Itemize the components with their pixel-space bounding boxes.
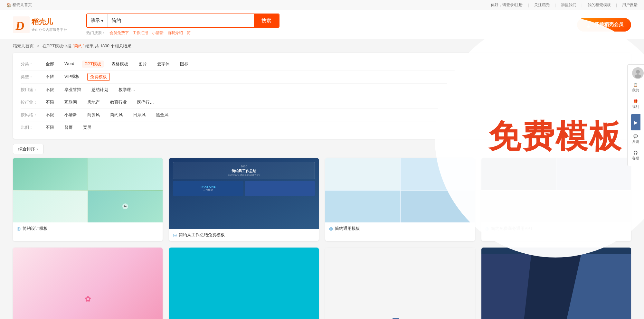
biz-seg-2 [556, 158, 631, 190]
play-icon [119, 203, 132, 210]
filter-ratio-normal[interactable]: 普屏 [62, 124, 75, 131]
template-card-4[interactable]: ◎ 简约免费商务通用PPT [481, 158, 631, 241]
divider1: | [528, 3, 529, 7]
template-card-1[interactable]: ◎ 简约设计模板 [13, 158, 163, 241]
filter-type-vip[interactable]: VIP模板 [62, 73, 82, 81]
filter-style-japan[interactable]: 日系风 [130, 111, 148, 118]
filter-font[interactable]: 云字体 [155, 61, 172, 68]
avatar[interactable] [632, 67, 644, 79]
search-input[interactable] [108, 14, 254, 27]
filter-style-black[interactable]: 黑金风 [153, 111, 171, 118]
filter-label-category: 分类： [21, 61, 43, 67]
avatar-icon [632, 67, 644, 79]
second-row-cards: ✿ ◎ ◎ ◎ [13, 248, 631, 319]
filter-ratio-all[interactable]: 不限 [43, 124, 57, 131]
filter-image[interactable]: 图片 [136, 61, 149, 68]
top-nav-follow[interactable]: 关注稻壳 [534, 2, 550, 8]
filter-industry-edu[interactable]: 教育行业 [108, 99, 129, 106]
filter-ratio-wide[interactable]: 宽屏 [80, 124, 94, 131]
top-nav-mytemplate[interactable]: 我的稻壳模板 [588, 2, 611, 8]
template-card-8[interactable]: ◎ [481, 248, 631, 319]
top-nav-feedback[interactable]: 用户反馈 [622, 2, 638, 8]
filter-usage-grad[interactable]: 毕业答辩 [62, 86, 84, 93]
top-nav-home[interactable]: 稻壳儿首页 [13, 2, 32, 8]
filter-style-simple[interactable]: 简约风 [108, 111, 125, 118]
filter-row-usage: 按用途： 不限 毕业答辩 总结计划 教学课… [21, 84, 623, 96]
filter-items-category: 全部 Word PPT模板 表格模板 图片 云字体 图标 [43, 61, 191, 68]
ppt-icon-2: ◎ [173, 232, 177, 238]
logo-name: 稻壳儿 [32, 17, 67, 27]
filter-label-ratio: 比例： [21, 125, 43, 130]
filter-all[interactable]: 全部 [43, 61, 57, 68]
template-card-7[interactable]: ◎ [325, 248, 475, 319]
filter-industry-it[interactable]: 互联网 [62, 99, 80, 106]
logo-svg: D [13, 16, 30, 33]
thumb-seg-b [88, 158, 163, 190]
sidebar-item-feedback[interactable]: 💬 反馈 [628, 132, 644, 147]
right-sidebar: 📋 我的 🎁 福利 ▶ 💬 反馈 🎧 客服 [627, 64, 644, 166]
light-seg-3 [325, 191, 400, 222]
hot-item-5[interactable]: 简 [187, 30, 191, 36]
thumb-seg-d [88, 191, 163, 223]
thumb-colorful [13, 158, 163, 222]
filter-industry-med[interactable]: 医疗行… [135, 99, 156, 106]
breadcrumb-home[interactable]: 稻壳儿首页 [13, 43, 34, 48]
svg-point-8 [636, 70, 640, 74]
hot-item-4[interactable]: 自我介绍 [167, 30, 183, 36]
template-card-6[interactable]: ◎ [169, 248, 319, 319]
search-type-select[interactable]: 演示 ▾ [87, 14, 108, 27]
template-card-5[interactable]: ✿ ◎ [13, 248, 163, 319]
search-area: 演示 ▾ 搜索 热门搜索： 会员免费下 工作汇报 小清新 自我介绍 简 [86, 14, 279, 36]
divider3: | [582, 3, 582, 7]
sidebar-item-my[interactable]: 📋 我的 [628, 80, 644, 95]
logo-subtitle: 金山办公内容服务平台 [32, 27, 67, 32]
hot-item-1[interactable]: 会员免费下 [109, 30, 129, 36]
template-name-4: 简约免费商务通用PPT [491, 226, 627, 231]
top-nav-login[interactable]: 你好，请登录/注册 [491, 2, 523, 8]
filter-icon[interactable]: 图标 [177, 61, 191, 68]
sort-label: 综合排序 [18, 146, 35, 152]
svg-point-9 [635, 74, 641, 78]
filter-table[interactable]: 表格模板 [109, 61, 131, 68]
filter-type-all[interactable]: 不限 [43, 73, 57, 81]
filter-ppt[interactable]: PPT模板 [82, 61, 104, 68]
template-thumb-8 [481, 248, 631, 319]
filter-usage-all[interactable]: 不限 [43, 86, 57, 93]
hot-item-3[interactable]: 小清新 [152, 30, 164, 36]
hot-search: 热门搜索： 会员免费下 工作汇报 小清新 自我介绍 简 [86, 30, 279, 36]
vip-button[interactable]: 🔥 开通稻壳会员 [577, 18, 631, 32]
template-info-1: ◎ 简约设计模板 [13, 222, 163, 235]
top-nav-partner[interactable]: 加盟我们 [561, 2, 576, 8]
dropdown-icon: ▾ [101, 18, 103, 23]
breadcrumb: 稻壳儿首页 > 在PPT模板中搜 "简约" 结果 共 1800 个相关结果 [0, 39, 644, 53]
template-card-3[interactable]: ◎ 简约通用模板 [325, 158, 475, 241]
search-button[interactable]: 搜索 [254, 14, 279, 27]
filter-style-biz[interactable]: 商务风 [85, 111, 102, 118]
filter-usage-summary[interactable]: 总结计划 [89, 86, 111, 93]
filter-row-category: 分类： 全部 Word PPT模板 表格模板 图片 云字体 图标 [21, 58, 623, 70]
search-type-label: 演示 [91, 18, 100, 23]
light-seg-4 [401, 191, 475, 222]
template-thumb-1 [13, 158, 163, 222]
filter-style-fresh[interactable]: 小清新 [62, 111, 80, 118]
filter-word[interactable]: Word [62, 61, 77, 68]
template-card-2[interactable]: 2020 简约风工作总结 Summary of minimalist work … [169, 158, 319, 241]
sidebar-item-benefits[interactable]: 🎁 福利 [628, 97, 644, 112]
breadcrumb-count: 共 1800 个相关结果 [95, 43, 131, 48]
sidebar-arrow[interactable]: ▶ [631, 114, 640, 130]
sort-bar: 综合排序 ▾ [13, 144, 631, 154]
sidebar-item-support[interactable]: 🎧 客服 [628, 148, 644, 163]
search-box: 演示 ▾ 搜索 [86, 14, 279, 28]
filter-type-free[interactable]: 免费模板 [87, 73, 110, 81]
filter-items-style: 不限 小清新 商务风 简约风 日系风 黑金风 [43, 111, 171, 118]
filter-industry-real-estate[interactable]: 房地产 [85, 99, 102, 106]
template-name-2: 简约风工作总结免费模板 [179, 232, 315, 238]
filter-usage-edu[interactable]: 教学课… [116, 86, 138, 93]
thumb-seg-c [13, 191, 88, 223]
template-name-3: 简约通用模板 [335, 226, 471, 231]
sort-button[interactable]: 综合排序 ▾ [13, 144, 43, 154]
ppt-slide-part: PART ONE 工作概述 [173, 181, 243, 196]
hot-item-2[interactable]: 工作汇报 [133, 30, 148, 36]
filter-style-all[interactable]: 不限 [43, 111, 57, 118]
filter-industry-all[interactable]: 不限 [43, 99, 57, 106]
